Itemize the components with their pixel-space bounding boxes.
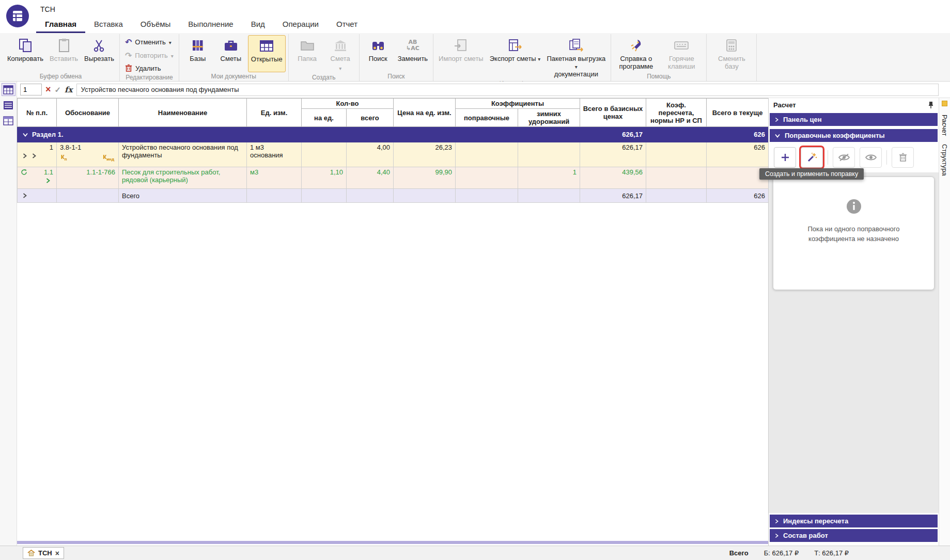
batch-export-button[interactable]: Пакетная выгрузка документации: [544, 35, 608, 79]
section-row[interactable]: Раздел 1. 626,17 626: [18, 127, 769, 142]
view-mode-split-button[interactable]: [2, 114, 15, 127]
work-justification: 3.8-1-1: [60, 143, 115, 151]
bases-label: Базы: [190, 55, 206, 63]
export-estimate-button[interactable]: Экспорт сметы: [487, 35, 543, 79]
side-tab-calculation[interactable]: Расчет: [941, 115, 948, 136]
change-base-button[interactable]: Сменить базу: [709, 35, 754, 72]
batch-export-dropdown-icon[interactable]: [575, 62, 578, 70]
expand-total-icon[interactable]: [23, 193, 27, 198]
material-unit: м3: [247, 167, 302, 189]
grand-total-row: Всего 626,17 626: [18, 189, 769, 203]
replace-button[interactable]: Заменить: [395, 35, 430, 72]
document-tab[interactable]: ТСН ×: [23, 547, 64, 559]
tab-vstavka[interactable]: Вставка: [85, 17, 132, 33]
chevron-right-icon: [775, 117, 778, 122]
estimates-button[interactable]: Сметы: [215, 35, 247, 72]
add-correction-button[interactable]: [774, 147, 796, 168]
tab-operacii[interactable]: Операции: [274, 17, 328, 33]
material-row[interactable]: 1.1 1.1-1-766 Песок для строительных раб…: [18, 167, 769, 189]
col-header-coeff-winter: зимних удорожаний: [518, 109, 580, 127]
work-total-base: 626,17: [580, 142, 646, 167]
change-base-label: Сменить базу: [712, 55, 751, 71]
app-logo-icon[interactable]: [6, 5, 29, 27]
delete-icon: [125, 64, 132, 72]
section-price-panel[interactable]: Панель цен: [770, 113, 938, 126]
view-mode-sheet-button[interactable]: [2, 83, 15, 96]
undo-dropdown-icon[interactable]: [169, 38, 172, 46]
bases-button[interactable]: Базы: [182, 35, 214, 72]
batch-export-label: Пакетная выгрузка документации: [547, 55, 605, 78]
panel-title: Расчет: [773, 101, 796, 109]
status-total-label: Всего: [729, 549, 749, 557]
formula-input[interactable]: [76, 84, 939, 96]
open-documents-button[interactable]: Открытые: [248, 35, 286, 72]
search-button[interactable]: Поиск: [362, 35, 394, 72]
hotkeys-label: Горячие клавиши: [662, 55, 701, 71]
grid-empty-area: [17, 203, 768, 541]
hide-correction-button[interactable]: [833, 147, 855, 168]
about-button[interactable]: Справка о программе: [614, 35, 658, 72]
coeff-kp-badge[interactable]: Кп: [61, 154, 67, 162]
cut-button[interactable]: Вырезать: [82, 35, 117, 72]
import-estimate-label: Импорт сметы: [439, 55, 484, 63]
tooltip: Создать и применить поправку: [759, 168, 864, 180]
horizontal-scrollbar[interactable]: [17, 541, 768, 544]
toolbar-separator: [886, 150, 887, 165]
tab-vypolnenie[interactable]: Выполнение: [179, 17, 242, 33]
group-label-clipboard: Буфер обмена: [5, 72, 117, 81]
document-tab-label: ТСН: [38, 549, 52, 557]
delete-button[interactable]: Удалить: [122, 63, 176, 73]
tab-vid[interactable]: Вид: [242, 17, 274, 33]
work-recalc: [646, 142, 707, 167]
side-tab-structure[interactable]: Структура: [941, 144, 948, 176]
close-document-icon[interactable]: ×: [55, 549, 59, 557]
row-number-input[interactable]: [20, 84, 42, 95]
status-current-total: Т: 626,17 ₽: [814, 549, 849, 557]
hotkeys-button[interactable]: Горячие клавиши: [659, 35, 704, 72]
redo-dropdown-icon[interactable]: [171, 52, 174, 59]
material-justification: 1.1-1-766: [57, 167, 119, 189]
expand-material-icon[interactable]: [46, 178, 50, 183]
new-estimate-dropdown-icon[interactable]: [339, 65, 341, 72]
paste-button[interactable]: Вставить: [47, 35, 81, 72]
work-row[interactable]: 1 3.8-1-1 Кп Кинд: [18, 142, 769, 167]
cancel-edit-icon[interactable]: [45, 84, 51, 95]
confirm-edit-icon[interactable]: [55, 85, 61, 94]
material-qty-total: 4,40: [347, 167, 394, 189]
export-estimate-dropdown-icon[interactable]: [538, 55, 540, 62]
material-coeff-winter: 1: [518, 167, 580, 189]
section-corrections[interactable]: Поправочные коэффициенты: [770, 129, 938, 142]
pin-icon[interactable]: [928, 101, 934, 109]
coeff-kind-badge[interactable]: Кинд: [103, 154, 114, 162]
create-apply-correction-button[interactable]: [801, 147, 823, 168]
open-documents-icon: [259, 38, 274, 54]
redo-button[interactable]: Повторить: [122, 50, 176, 61]
new-folder-button[interactable]: Папка: [291, 35, 323, 73]
tab-otchet[interactable]: Отчет: [328, 17, 366, 33]
tab-glavnaya[interactable]: Главная: [36, 17, 85, 33]
expand-coefficients-icon[interactable]: [23, 153, 27, 158]
section-price-panel-label: Панель цен: [783, 116, 822, 123]
show-correction-button[interactable]: [860, 147, 882, 168]
folder-icon: [300, 37, 315, 54]
undo-button[interactable]: Отменить: [122, 36, 176, 48]
delete-correction-button[interactable]: [892, 147, 914, 168]
work-unit: 1 м3 основания: [247, 142, 302, 167]
autohide-pin-icon[interactable]: [942, 101, 947, 106]
expand-resources-icon[interactable]: [32, 153, 36, 158]
copy-button[interactable]: Копировать: [5, 35, 46, 72]
tab-obyomy[interactable]: Объёмы: [132, 17, 180, 33]
col-header-coefficients: Коэффициенты: [456, 99, 580, 109]
view-mode-compact-button[interactable]: [2, 99, 15, 111]
chevron-right-icon: [775, 533, 778, 538]
collapse-section-icon[interactable]: [23, 133, 28, 137]
function-icon[interactable]: fx: [65, 85, 72, 94]
work-qty-per-unit: [302, 142, 347, 167]
ribbon-group-import-export: Импорт сметы Экспорт сметы Пакетная выгр…: [433, 34, 611, 81]
magic-wand-icon: [806, 152, 818, 163]
col-header-coeff-correction: поправочные: [456, 109, 518, 127]
section-indexes[interactable]: Индексы пересчета: [770, 515, 938, 527]
section-works[interactable]: Состав работ: [770, 529, 938, 542]
import-estimate-button[interactable]: Импорт сметы: [436, 35, 486, 79]
new-estimate-button[interactable]: Смета: [324, 35, 356, 73]
